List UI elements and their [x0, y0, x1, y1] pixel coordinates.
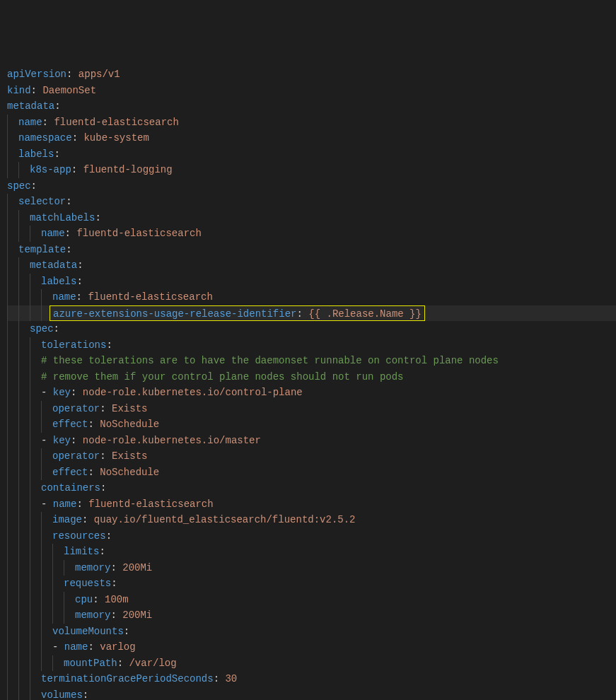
code-line[interactable]: cpu: 100m: [7, 592, 616, 608]
code-line[interactable]: metadata:: [7, 98, 616, 115]
indent-guide: [30, 512, 41, 528]
code-line[interactable]: limits:: [7, 544, 616, 560]
token-key: name: [64, 639, 88, 655]
token-value: apps/v1: [79, 66, 120, 83]
code-line[interactable]: requests:: [7, 576, 616, 592]
indent-guide: [52, 655, 64, 672]
code-line[interactable]: containers:: [7, 480, 616, 496]
code-line[interactable]: kind: DaemonSet: [7, 83, 616, 99]
code-line[interactable]: name: fluentd-elasticsearch: [7, 115, 616, 131]
indent-guide: [30, 337, 41, 354]
indent-guide: [64, 592, 75, 608]
code-line[interactable]: azure-extensions-usage-release-identifie…: [7, 305, 616, 322]
token-key: effect: [52, 416, 88, 433]
indent-guide: [18, 512, 30, 528]
indent-guide: [7, 242, 18, 258]
token-value: fluentd-elasticsearch: [88, 289, 212, 305]
code-line[interactable]: operator: Exists: [7, 401, 616, 417]
code-line[interactable]: # these tolerations are to have the daem…: [7, 353, 616, 369]
indent-guide: [41, 401, 52, 417]
indent-guide: [7, 655, 18, 672]
token-colon: :: [117, 655, 129, 672]
indent-guide: [18, 465, 30, 481]
code-editor[interactable]: apiVersion: apps/v1kind: DaemonSetmetada…: [7, 66, 616, 700]
code-line[interactable]: memory: 200Mi: [7, 607, 616, 624]
token-colon: :: [100, 401, 112, 417]
code-line[interactable]: matchLabels:: [7, 210, 616, 226]
code-line[interactable]: selector:: [7, 194, 616, 210]
code-line[interactable]: resources:: [7, 528, 616, 544]
token-key: apiVersion: [7, 66, 66, 83]
indent-guide: [18, 624, 30, 640]
token-colon: :: [65, 226, 77, 242]
code-line[interactable]: effect: NoSchedule: [7, 465, 616, 481]
token-colon: :: [83, 687, 88, 701]
code-line[interactable]: # remove them if your control plane node…: [7, 369, 616, 385]
token-key: requests: [64, 576, 111, 592]
indent-guide: [30, 528, 41, 544]
code-line[interactable]: image: quay.io/fluentd_elasticsearch/flu…: [7, 512, 616, 528]
code-line[interactable]: volumes:: [7, 687, 616, 701]
indent-guide: [41, 655, 52, 672]
indent-guide: [18, 257, 30, 274]
token-key: memory: [75, 560, 110, 576]
indent-guide: [7, 321, 18, 337]
code-line[interactable]: volumeMounts:: [7, 624, 616, 640]
token-key: volumes: [41, 687, 83, 701]
indent-guide: [7, 194, 18, 210]
code-line[interactable]: name: fluentd-elasticsearch: [7, 226, 616, 242]
code-line[interactable]: namespace: kube-system: [7, 130, 616, 146]
indent-guide: [7, 226, 18, 242]
indent-guide: [30, 624, 41, 640]
token-colon: :: [54, 98, 60, 115]
token-value: fluentd-elasticsearch: [88, 496, 213, 513]
code-line[interactable]: apiVersion: apps/v1: [7, 66, 616, 83]
token-key: cpu: [75, 592, 93, 608]
token-key: metadata: [7, 98, 54, 115]
indent-guide: [30, 544, 41, 560]
code-line[interactable]: name: fluentd-elasticsearch: [7, 289, 616, 305]
indent-guide: [7, 607, 18, 624]
indent-guide: [7, 448, 18, 465]
token-value: 100m: [105, 592, 129, 608]
indent-guide: [7, 687, 18, 701]
token-key: image: [52, 512, 82, 528]
token-colon: :: [100, 480, 106, 496]
indent-guide: [7, 480, 18, 496]
indent-guide: [7, 369, 18, 385]
indent-guide: [18, 560, 30, 576]
token-colon: :: [72, 130, 84, 146]
code-line[interactable]: - name: varlog: [7, 639, 616, 655]
code-line[interactable]: - key: node-role.kubernetes.io/control-p…: [7, 385, 616, 401]
code-line[interactable]: - key: node-role.kubernetes.io/master: [7, 433, 616, 449]
code-line[interactable]: labels:: [7, 274, 616, 290]
indent-guide: [18, 496, 30, 513]
token-colon: :: [106, 528, 112, 544]
token-key: selector: [18, 194, 66, 210]
indent-guide: [7, 289, 18, 305]
code-line[interactable]: memory: 200Mi: [7, 560, 616, 576]
code-line[interactable]: mountPath: /var/log: [7, 655, 616, 672]
code-line[interactable]: terminationGracePeriodSeconds: 30: [7, 671, 616, 687]
code-line[interactable]: k8s-app: fluentd-logging: [7, 162, 616, 178]
indent-guide: [18, 274, 30, 290]
code-line[interactable]: template:: [7, 242, 616, 258]
token-key: operator: [52, 401, 100, 417]
code-line[interactable]: labels:: [7, 146, 616, 163]
token-key: labels: [41, 274, 76, 290]
token-key: operator: [52, 448, 100, 465]
code-line[interactable]: tolerations:: [7, 337, 616, 354]
indent-guide: [7, 337, 18, 354]
code-line[interactable]: effect: NoSchedule: [7, 416, 616, 433]
code-line[interactable]: spec:: [7, 321, 616, 337]
code-line[interactable]: spec:: [7, 178, 616, 194]
code-line[interactable]: - name: fluentd-elasticsearch: [7, 496, 616, 513]
token-value: 30: [225, 671, 237, 687]
indent-guide: [18, 528, 30, 544]
code-line[interactable]: operator: Exists: [7, 448, 616, 465]
token-colon: :: [71, 385, 83, 401]
code-line[interactable]: metadata:: [7, 257, 616, 274]
indent-guide: [7, 639, 18, 655]
indent-guide: [18, 369, 30, 385]
indent-guide: [52, 592, 64, 608]
